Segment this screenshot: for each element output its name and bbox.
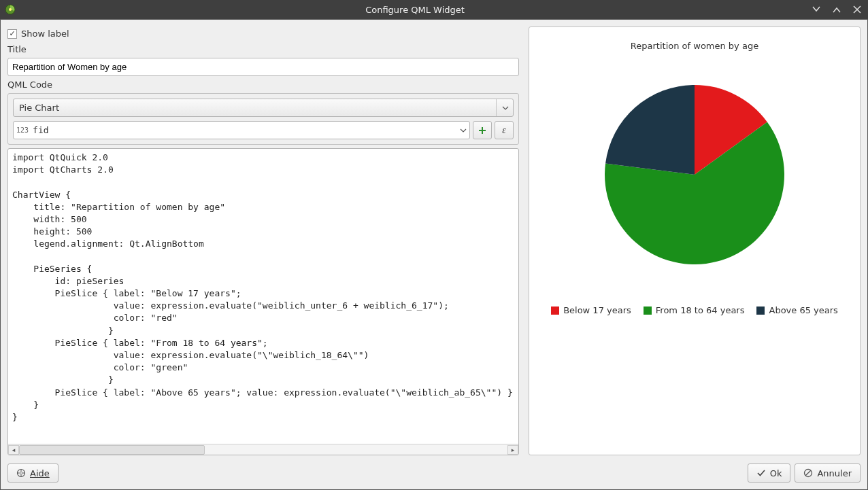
scroll-thumb[interactable] <box>19 445 205 455</box>
field-combo[interactable]: 123 fid <box>13 121 470 139</box>
cancel-button[interactable]: Annuler <box>795 463 861 483</box>
legend-label: Above 65 years <box>769 305 837 315</box>
right-column: Repartition of women by age Below 17 yea… <box>529 27 861 455</box>
qml-code-label: QML Code <box>7 80 519 90</box>
show-label-row: ✓ Show label <box>7 27 519 41</box>
chart-title: Repartition of women by age <box>631 41 758 51</box>
title-label: Title <box>7 44 519 54</box>
svg-point-4 <box>20 472 22 474</box>
help-icon <box>16 468 26 478</box>
minimize-button[interactable] <box>809 3 823 16</box>
dialog-content: ✓ Show label Title QML Code Pie Chart <box>0 19 868 490</box>
maximize-button[interactable] <box>830 3 844 16</box>
qml-toolbar-panel: Pie Chart 123 fid <box>7 93 519 145</box>
field-row: 123 fid ε <box>13 121 514 139</box>
chevron-down-icon <box>496 99 509 116</box>
dialog-window: Configure QML Widget ✓ Show label Title <box>0 0 868 490</box>
legend-swatch <box>756 307 765 315</box>
close-button[interactable] <box>850 3 864 16</box>
window-controls <box>809 3 864 16</box>
chart-type-value: Pie Chart <box>19 103 496 113</box>
scroll-track[interactable] <box>19 445 507 455</box>
code-editor[interactable]: import QtQuick 2.0 import QtCharts 2.0 C… <box>8 149 518 444</box>
svg-point-1 <box>9 8 12 11</box>
pie-slice <box>605 85 695 175</box>
window-title: Configure QML Widget <box>20 5 809 15</box>
cancel-label: Annuler <box>817 468 852 478</box>
left-column: ✓ Show label Title QML Code Pie Chart <box>7 27 519 455</box>
legend-swatch <box>644 307 652 315</box>
legend-swatch <box>551 307 559 315</box>
epsilon-icon: ε <box>502 125 506 136</box>
horizontal-scrollbar[interactable]: ◂ ▸ <box>8 444 518 455</box>
legend-item: From 18 to 64 years <box>644 305 745 315</box>
title-input[interactable] <box>7 58 519 76</box>
help-button[interactable]: Aide <box>7 463 59 483</box>
app-icon <box>4 3 16 16</box>
check-icon <box>756 469 766 477</box>
button-row: Aide Ok Annuler <box>7 458 861 483</box>
scroll-right-button[interactable]: ▸ <box>507 445 518 455</box>
show-label-text: Show label <box>21 29 69 39</box>
expression-button[interactable]: ε <box>495 121 514 139</box>
ok-label: Ok <box>770 468 782 478</box>
legend-label: From 18 to 64 years <box>656 305 745 315</box>
chart-type-combo[interactable]: Pie Chart <box>13 99 514 117</box>
help-label: Aide <box>30 468 50 478</box>
preview-panel: Repartition of women by age Below 17 yea… <box>529 27 861 455</box>
pie-chart <box>605 85 784 264</box>
code-editor-wrap: import QtQuick 2.0 import QtCharts 2.0 C… <box>7 148 519 455</box>
cancel-icon <box>803 468 813 478</box>
chart-legend: Below 17 yearsFrom 18 to 64 yearsAbove 6… <box>551 305 838 315</box>
legend-item: Above 65 years <box>756 305 837 315</box>
legend-label: Below 17 years <box>563 305 631 315</box>
field-type-badge: 123 <box>16 126 29 134</box>
titlebar: Configure QML Widget <box>0 0 868 19</box>
main-row: ✓ Show label Title QML Code Pie Chart <box>7 27 861 455</box>
chevron-down-icon <box>460 128 467 133</box>
show-label-checkbox[interactable]: ✓ <box>7 29 17 39</box>
scroll-left-button[interactable]: ◂ <box>8 445 19 455</box>
ok-button[interactable]: Ok <box>748 463 791 483</box>
field-name: fid <box>33 125 456 135</box>
legend-item: Below 17 years <box>551 305 631 315</box>
insert-field-button[interactable] <box>473 121 492 139</box>
